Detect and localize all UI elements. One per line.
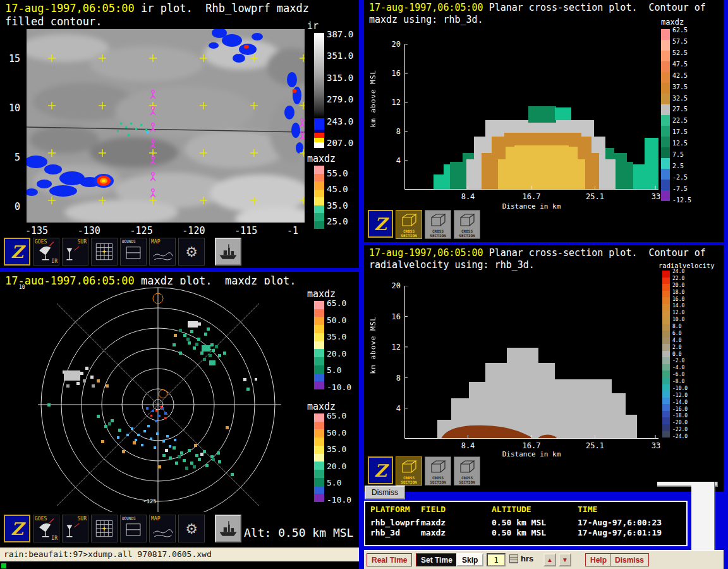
- cross-section-velocity-panel: 17-aug-1997,06:05:00 Planar cross-sectio…: [364, 245, 724, 492]
- ir-satellite-image[interactable]: [27, 29, 305, 223]
- bounds-overlay-button[interactable]: BOUNDS: [120, 238, 147, 266]
- dismiss-button[interactable]: Dismiss: [610, 553, 649, 566]
- timestamp: 17-aug-1997,06:05:00: [369, 2, 483, 13]
- ship-icon: [216, 516, 240, 541]
- goes-ir-button[interactable]: GOES IR: [33, 515, 59, 542]
- zeb-logo-icon: Z: [11, 242, 23, 262]
- xterm-command-line[interactable]: rain:beaufait:97>xdump.all 970817.0605.x…: [0, 548, 359, 561]
- cross-section-button-2[interactable]: CROSS SECTION: [425, 456, 451, 486]
- zeb-logo-icon: Z: [11, 519, 23, 539]
- cross-section-button-3[interactable]: CROSS SECTION: [454, 456, 480, 486]
- terminal-background: [0, 561, 359, 569]
- zeb-logo-icon: Z: [374, 461, 387, 480]
- step-forward-button[interactable]: ▲: [543, 553, 556, 566]
- table-body: rhb_lowprfmaxdz0.50 km MSL17-Aug-97,6:00…: [370, 518, 686, 538]
- radar-colorbar1: [314, 301, 324, 389]
- bounds-overlay-button[interactable]: BOUNDS: [120, 515, 147, 542]
- cross-section-button-3[interactable]: CROSS SECTION: [454, 210, 480, 239]
- radar-colorbar1-ticks: 65.050.035.020.05.0-10.0: [327, 298, 351, 392]
- scrollbar-fragment[interactable]: [691, 482, 715, 560]
- zeb-menu-button[interactable]: Z: [368, 210, 393, 238]
- grid-icon: [92, 238, 117, 265]
- map-overlay-button[interactable]: MAP: [149, 515, 176, 542]
- config-gear-button[interactable]: ⚙: [178, 515, 205, 542]
- platform-status-table: PLATFORM FIELD ALTITUDE TIME rhb_lowprfm…: [364, 501, 688, 546]
- ship-platform-button[interactable]: [215, 238, 241, 266]
- zeb-menu-button[interactable]: Z: [4, 238, 30, 266]
- goes-ir-button[interactable]: GOES IR: [33, 238, 59, 266]
- real-time-button[interactable]: Real Time: [367, 553, 412, 566]
- maxdz-colorbar-ticks: 55.045.035.025.0: [327, 168, 348, 226]
- cs1-colorbar-label: maxdz: [661, 18, 684, 27]
- cross-section-dismiss-button[interactable]: Dismiss: [365, 486, 405, 499]
- cs1-colorbar: [661, 29, 670, 201]
- cross-section-maxdz-panel: 17-aug-1997,06:05:00 Planar cross-sectio…: [364, 0, 724, 242]
- radar-toolbar: Z GOES IR SUR BOUNDS MAP ⚙: [4, 515, 241, 542]
- cross-section-button-1[interactable]: CROSS SECTION: [396, 456, 422, 486]
- cs2-toolbar: Z CROSS SECTION CROSS SECTION CROSS SECT…: [368, 456, 480, 486]
- zeb-logo-icon: Z: [374, 214, 387, 234]
- cs2-y-ticks: 20161284: [384, 281, 401, 413]
- radar-corner-label: 10: [19, 284, 25, 290]
- cube-icon: [430, 460, 447, 474]
- config-gear-button[interactable]: ⚙: [178, 238, 205, 266]
- ship-platform-button[interactable]: [215, 515, 241, 542]
- hrs-label: hrs: [521, 554, 533, 563]
- terminal-cursor: [1, 563, 6, 568]
- cs2-title: 17-aug-1997,06:05:00 Planar cross-sectio…: [369, 247, 706, 259]
- col-altitude: ALTITUDE: [492, 505, 578, 515]
- hrs-label-group: hrs: [509, 554, 533, 563]
- cs1-title-line2: maxdz using: rhb_3d.: [369, 14, 483, 26]
- cube-icon: [459, 213, 476, 227]
- step-forward-icon: ▲: [547, 556, 553, 563]
- radar-ppi-display[interactable]: [22, 284, 294, 512]
- ir-panel-title-line2: filled contour.: [5, 15, 102, 28]
- ship-icon: [216, 239, 240, 264]
- map-overlay-button[interactable]: MAP: [149, 238, 176, 266]
- radar-colorbar2: [314, 413, 324, 502]
- grid-overlay-button[interactable]: [91, 238, 118, 266]
- col-time: TIME: [578, 505, 686, 515]
- skip-button[interactable]: Skip: [456, 553, 483, 566]
- timestamp: 17-aug-1997,06:05:00: [369, 247, 483, 259]
- units-icon: [509, 554, 518, 563]
- gear-icon: ⚙: [185, 521, 198, 537]
- skip-hours-input[interactable]: [487, 553, 506, 566]
- cross-section-plot-velocity[interactable]: [404, 286, 658, 439]
- set-time-button[interactable]: Set Time: [416, 553, 458, 566]
- cube-icon: [401, 213, 418, 227]
- grid-overlay-button[interactable]: [91, 515, 118, 542]
- timestamp: 17-aug-1997,06:05:00: [5, 2, 135, 15]
- cross-section-button-2[interactable]: CROSS SECTION: [425, 210, 451, 239]
- surface-platform-button[interactable]: SUR: [62, 515, 88, 542]
- cube-icon: [459, 460, 476, 474]
- ir-y-axis-ticks: 151050: [0, 53, 20, 212]
- gear-icon: ⚙: [185, 244, 198, 260]
- surface-platform-button[interactable]: SUR: [62, 238, 88, 266]
- radar-range-label: -125: [143, 498, 157, 505]
- step-back-button[interactable]: ▼: [559, 553, 571, 566]
- help-button[interactable]: Help: [585, 553, 612, 566]
- step-back-icon: ▼: [562, 556, 568, 563]
- zeb-menu-button[interactable]: Z: [4, 515, 30, 542]
- ir-toolbar: Z GOES IR SUR BOUNDS MAP ⚙: [4, 238, 241, 266]
- maxdz-colorbar-label: maxdz: [307, 153, 336, 164]
- ir-colorbar-label: ir: [307, 20, 318, 32]
- maxdz-colorbar: [314, 166, 324, 229]
- time-control-bar: Real Time Set Time Skip hrs ▲ ▼ Help Dis…: [364, 550, 724, 569]
- cube-icon: [401, 460, 418, 474]
- ir-colorbar-ticks: 387.0351.0315.0279.0243.0207.0: [327, 29, 353, 148]
- radar-plot-panel: 17-aug-1997,06:05:00 maxdz plot. maxdz p…: [0, 272, 359, 548]
- cross-section-plot-maxdz[interactable]: [404, 44, 658, 190]
- cs1-y-ticks: 20161284: [384, 40, 401, 165]
- cs2-x-ticks: 8.416.725.133: [404, 441, 658, 450]
- zeb-menu-button[interactable]: Z: [368, 456, 393, 484]
- ir-panel-title: 17-aug-1997,06:05:00 ir plot. Rhb_lowprf…: [5, 2, 309, 15]
- col-field: FIELD: [421, 505, 492, 515]
- cs2-colorbar: [662, 271, 670, 437]
- table-row: rhb_3dmaxdz0.50 km MSL17-Aug-97,6:01:19: [370, 528, 686, 538]
- cs1-y-axis-label: km above MSL: [369, 70, 377, 127]
- ir-plot-panel: 17-aug-1997,06:05:00 ir plot. Rhb_lowprf…: [0, 0, 359, 268]
- zeb-workspace: 17-aug-1997,06:05:00 ir plot. Rhb_lowprf…: [0, 0, 728, 569]
- cross-section-button-1[interactable]: CROSS SECTION: [396, 210, 422, 239]
